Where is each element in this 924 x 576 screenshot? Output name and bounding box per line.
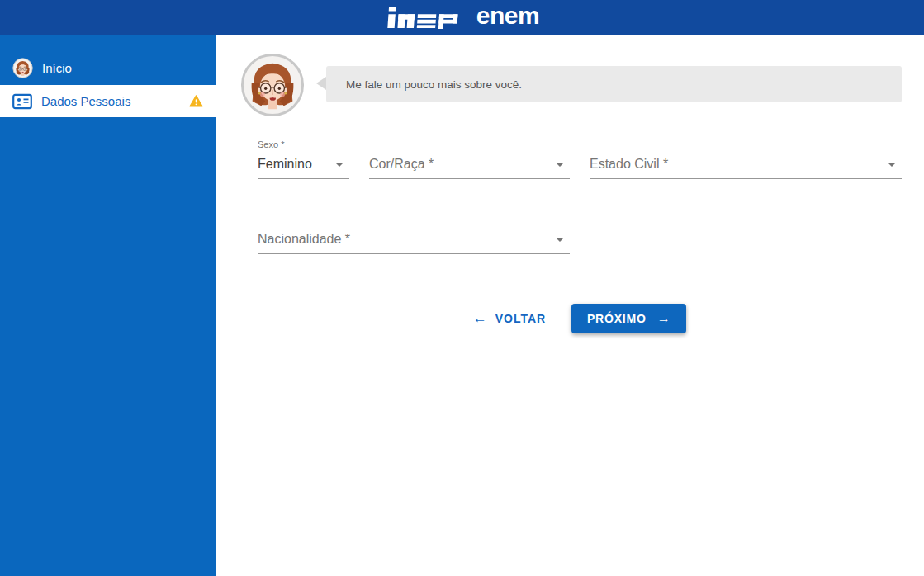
user-avatar-icon — [12, 58, 33, 78]
estado-civil-select[interactable]: Estado Civil * — [590, 138, 902, 179]
main-content: Me fale um pouco mais sobre você. Sexo *… — [216, 35, 924, 576]
voltar-button-label: VOLTAR — [495, 312, 546, 325]
chevron-down-icon — [556, 163, 564, 167]
proximo-button-label: PRÓXIMO — [587, 312, 647, 325]
form-row-2: Nacionalidade * — [258, 213, 902, 254]
enem-logo-text: enem — [476, 3, 539, 31]
nacionalidade-label: Nacionalidade * — [258, 232, 350, 247]
chevron-down-icon — [888, 163, 896, 167]
contact-card-icon — [12, 93, 32, 110]
app-header: enem — [0, 0, 924, 35]
estado-civil-label: Estado Civil * — [590, 157, 668, 172]
speech-tail — [316, 77, 326, 90]
next-arrow-icon: → — [657, 311, 671, 326]
sidebar-item-label: Dados Pessoais — [41, 94, 130, 108]
chevron-down-icon — [335, 163, 344, 167]
cor-raca-select[interactable]: Cor/Raça * — [369, 138, 570, 179]
warning-icon — [189, 95, 203, 107]
sidebar-item-inicio[interactable]: Início — [0, 50, 216, 85]
sexo-select[interactable]: Sexo * Feminino — [258, 138, 349, 179]
assistant-avatar — [240, 53, 305, 117]
sidebar-item-dados-pessoais[interactable]: Dados Pessoais — [0, 85, 216, 117]
form-actions: ← VOLTAR PRÓXIMO → — [258, 304, 902, 333]
nacionalidade-select[interactable]: Nacionalidade * — [258, 213, 570, 254]
assistant-message-text: Me fale um pouco mais sobre você. — [346, 78, 522, 91]
assistant-row: Me fale um pouco mais sobre você. — [240, 53, 902, 117]
form-row-1: Sexo * Feminino Cor/Raça * Estado Civil … — [258, 138, 902, 179]
inep-logo-icon — [384, 6, 467, 29]
cor-raca-label: Cor/Raça * — [369, 157, 434, 172]
voltar-button[interactable]: ← VOLTAR — [473, 310, 546, 327]
chevron-down-icon — [556, 238, 564, 242]
sidebar-item-label: Início — [42, 61, 72, 75]
sexo-value: Feminino — [258, 157, 312, 172]
sidebar: Início Dados Pessoais — [0, 35, 216, 576]
assistant-message-bubble: Me fale um pouco mais sobre você. — [326, 66, 902, 102]
back-arrow-icon: ← — [473, 310, 488, 327]
proximo-button[interactable]: PRÓXIMO → — [571, 304, 686, 333]
sexo-label: Sexo * — [258, 139, 284, 149]
personal-data-form: Sexo * Feminino Cor/Raça * Estado Civil … — [258, 138, 902, 254]
